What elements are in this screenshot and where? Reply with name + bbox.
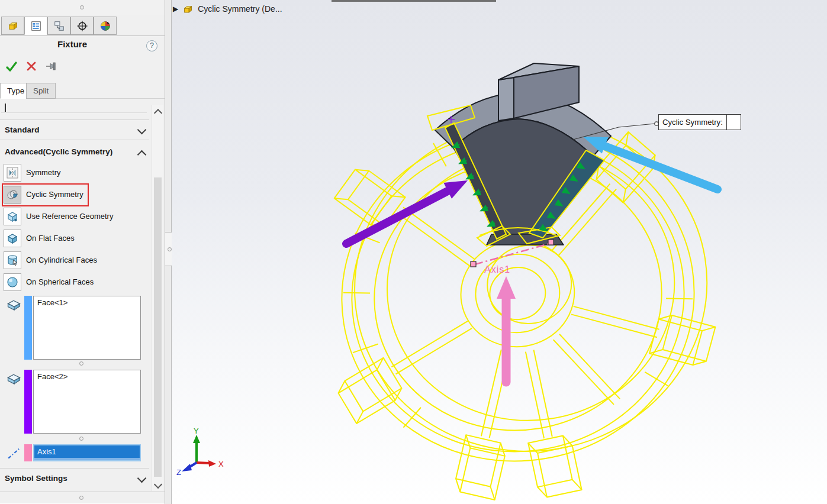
reference-geometry-icon [6, 210, 19, 223]
use-reference-geometry-button[interactable] [4, 208, 21, 225]
text-cursor [5, 104, 6, 112]
feature-tree-item[interactable]: ▶ Cyclic Symmetry (De... [173, 4, 282, 14]
ok-button[interactable] [5, 60, 18, 73]
property-manager-panel: Fixture ? Type Split Standard Advanced(C… [0, 0, 165, 504]
scroll-up-icon[interactable] [154, 109, 162, 117]
manager-tab-bar [0, 15, 165, 36]
flat-faces-icon [6, 232, 19, 245]
cylindrical-faces-icon [6, 254, 19, 267]
scrollbar-thumb[interactable] [154, 177, 162, 477]
configurations-icon [53, 20, 65, 32]
separator [0, 140, 149, 140]
section-standard[interactable]: Standard [5, 125, 40, 134]
callout-label: Cyclic Symmetry: [658, 114, 727, 130]
axis-selection-field[interactable]: Axis1 [33, 444, 141, 461]
triad-y-label: Y [194, 427, 199, 435]
face1-selection-box[interactable]: Face<1> [33, 296, 141, 360]
face-select-icon [7, 373, 22, 387]
paddle-box[interactable] [528, 434, 581, 499]
axis-select-icon [7, 445, 22, 463]
spherical-faces-icon [6, 276, 19, 289]
use-reference-geometry-label[interactable]: Use Reference Geometry [26, 208, 113, 225]
blue-arrow [583, 137, 717, 189]
on-flat-faces-label[interactable]: On Flat Faces [26, 230, 75, 247]
face2-value: Face<2> [37, 372, 67, 381]
tree-expand-caret[interactable]: ▶ [173, 5, 178, 13]
panel-bottom-splitter[interactable] [0, 492, 165, 503]
separator [0, 468, 149, 469]
tab-dimxpert-manager[interactable] [70, 17, 94, 35]
crosshair-icon [76, 20, 88, 32]
tab-property-manager[interactable] [24, 17, 47, 35]
panel-title: Fixture [0, 39, 144, 49]
type-split-tabbar: Type Split [0, 82, 165, 99]
splitter-dot[interactable] [79, 437, 83, 441]
splitter-dot[interactable] [79, 496, 83, 500]
tree-item-label[interactable]: Cyclic Symmetry (De... [198, 4, 282, 14]
cancel-button[interactable] [25, 60, 38, 73]
pin-icon [46, 60, 57, 72]
face2-color-bar [24, 370, 32, 434]
part-icon [7, 20, 19, 32]
face-select-icon [7, 299, 22, 313]
tab-display-manager[interactable] [94, 17, 117, 35]
on-flat-faces-button[interactable] [4, 230, 21, 247]
on-cylindrical-faces-button[interactable] [4, 251, 21, 269]
highlight-red-box [2, 183, 89, 206]
panel-top-splitter[interactable] [0, 0, 165, 16]
axis-value: Axis1 [37, 447, 56, 456]
panel-scrollbar[interactable] [152, 105, 163, 491]
splitter-dot[interactable] [79, 361, 83, 366]
display-sphere-icon [99, 20, 111, 32]
face1-value: Face<1> [37, 298, 67, 307]
separator [0, 119, 149, 120]
splitter-dot [168, 247, 172, 251]
property-list-icon [30, 20, 42, 32]
chevron-down-icon[interactable] [137, 125, 147, 135]
triad-z-label: Z [176, 468, 181, 477]
axis-endpoint-marker [548, 240, 554, 245]
tab-feature-manager[interactable] [1, 17, 24, 35]
field-underline [1, 112, 147, 113]
scroll-down-icon[interactable] [154, 480, 162, 489]
symmetry-label[interactable]: Symmetry [26, 164, 61, 182]
pin-button[interactable] [45, 60, 58, 73]
symmetry-icon [6, 166, 19, 179]
face1-color-bar [24, 296, 32, 360]
symmetry-button[interactable] [4, 164, 21, 182]
check-icon [5, 60, 18, 73]
chevron-down-icon[interactable] [137, 474, 147, 483]
tab-configuration-manager[interactable] [47, 17, 70, 35]
part-icon [182, 4, 194, 14]
paddle-box[interactable] [453, 435, 508, 500]
section-advanced[interactable]: Advanced(Cyclic Symmetry) [5, 147, 112, 156]
sector-tab-front[interactable] [498, 77, 514, 121]
triad-x-label: X [218, 460, 224, 469]
cyclic-symmetry-callout: Cyclic Symmetry: [658, 114, 741, 130]
tab-split[interactable]: Split [26, 83, 56, 99]
chevron-up-icon[interactable] [137, 150, 147, 160]
x-icon [26, 61, 37, 72]
axis-endpoint-marker [471, 261, 476, 267]
on-cylindrical-faces-label[interactable]: On Cylindrical Faces [26, 251, 97, 269]
help-icon[interactable]: ? [146, 40, 157, 51]
section-symbol-settings[interactable]: Symbol Settings [5, 474, 67, 483]
face2-selection-box[interactable]: Face<2> [33, 370, 141, 434]
callout-value-box[interactable] [727, 114, 741, 130]
on-spherical-faces-button[interactable] [4, 273, 21, 291]
paddle-box[interactable] [649, 312, 715, 368]
model-canvas[interactable]: Axis1 Y X Z [172, 0, 827, 504]
splitter-dot[interactable] [80, 5, 84, 9]
axis-color-bar [24, 444, 32, 461]
orientation-triad: Y X Z [176, 427, 224, 477]
axis-label: Axis1 [484, 264, 510, 274]
graphics-viewport[interactable]: Axis1 Y X Z [172, 0, 827, 504]
on-spherical-faces-label[interactable]: On Spherical Faces [26, 273, 94, 291]
